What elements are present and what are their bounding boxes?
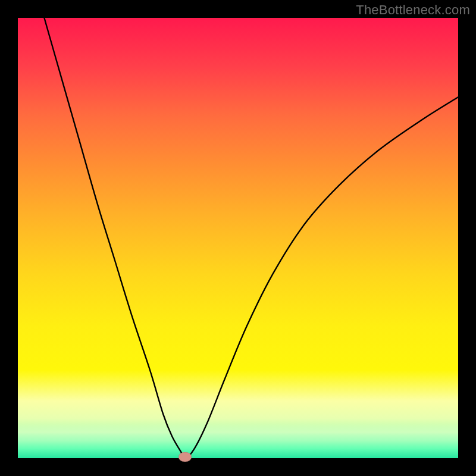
- minimum-marker-dot: [178, 452, 192, 462]
- bottleneck-curve: [18, 18, 458, 458]
- watermark-text: TheBottleneck.com: [356, 2, 470, 18]
- chart-frame: TheBottleneck.com: [0, 0, 476, 476]
